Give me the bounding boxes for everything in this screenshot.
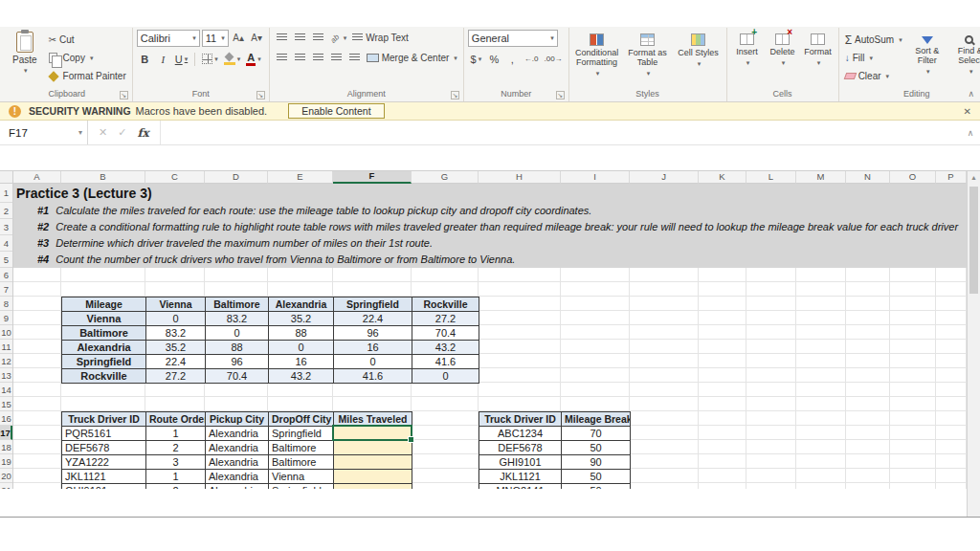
row-header-8[interactable]: 8 (0, 297, 12, 311)
cell[interactable]: Springfield (269, 427, 334, 441)
fill-button[interactable]: ↓Fill (843, 51, 904, 65)
sort-filter-button[interactable]: Sort & Filter (907, 30, 947, 77)
copy-button[interactable]: Copy (47, 51, 128, 65)
cell[interactable]: 96 (334, 326, 412, 341)
cell[interactable]: 96 (206, 355, 269, 369)
cell[interactable]: 41.6 (334, 369, 412, 384)
merge-center-button[interactable]: Merge & Center (365, 51, 459, 65)
enter-entry-icon[interactable]: ✓ (118, 126, 126, 139)
formula-input[interactable] (161, 121, 961, 144)
row-header-18[interactable]: 18 (0, 440, 12, 454)
column-header-D[interactable]: D (205, 171, 268, 184)
name-box[interactable]: F17 ▾ (0, 121, 88, 144)
cell[interactable]: Springfield (62, 355, 146, 369)
row-header-15[interactable]: 15 (0, 397, 12, 411)
cell[interactable]: DEF5678 (62, 441, 146, 455)
cell[interactable] (334, 484, 412, 490)
header-cell[interactable]: Mileage Break (562, 412, 631, 427)
scrollbar-thumb[interactable] (969, 187, 978, 294)
cut-button[interactable]: ✂Cut (47, 33, 128, 47)
underline-button[interactable]: U (173, 51, 189, 67)
row-header-1[interactable]: 1 (0, 184, 12, 203)
cell[interactable]: 90 (562, 455, 631, 470)
delete-cells-button[interactable]: Delete (767, 30, 799, 68)
format-cells-button[interactable]: Format (802, 30, 835, 68)
row-header-11[interactable]: 11 (0, 340, 12, 354)
column-header-C[interactable]: C (145, 171, 205, 184)
cell[interactable]: 22.4 (334, 312, 412, 326)
accounting-format-button[interactable]: $ (468, 51, 484, 67)
header-cell[interactable]: Pickup City (206, 412, 269, 427)
header-cell[interactable]: Truck Driver ID (62, 412, 146, 427)
cell[interactable]: Alexandria (206, 427, 269, 441)
select-all-corner[interactable] (0, 171, 13, 184)
row-header-2[interactable]: 2 (0, 203, 12, 219)
enable-content-button[interactable]: Enable Content (288, 103, 384, 119)
cancel-entry-icon[interactable]: ✕ (99, 126, 107, 139)
borders-button[interactable] (200, 51, 220, 67)
column-header-A[interactable]: A (13, 171, 61, 184)
cell[interactable]: 22.4 (146, 355, 206, 369)
insert-function-icon[interactable]: fx (137, 126, 148, 140)
expand-formula-bar-icon[interactable]: ∧ (961, 121, 980, 144)
cell[interactable]: JKL1121 (62, 470, 146, 484)
cell[interactable]: 50 (562, 470, 631, 484)
font-size-select[interactable]: 11 (202, 30, 229, 47)
row-header-14[interactable]: 14 (0, 383, 12, 397)
cell[interactable]: 27.2 (412, 312, 479, 326)
cell[interactable]: ABC1234 (479, 427, 562, 441)
cell[interactable]: 3 (146, 455, 206, 470)
active-cell-selection[interactable] (332, 425, 412, 441)
header-cell[interactable]: Truck Driver ID (479, 412, 562, 427)
alignment-dialog-launcher-icon[interactable]: ↘ (451, 91, 459, 99)
cell-area[interactable]: Practice 3 (Lecture 3) #1Calculate the m… (13, 184, 967, 489)
align-left-button[interactable] (274, 50, 290, 66)
column-header-M[interactable]: M (796, 171, 846, 184)
cell[interactable]: JKL1121 (479, 470, 562, 484)
row-header-12[interactable]: 12 (0, 354, 12, 368)
cell[interactable]: 43.2 (269, 369, 334, 384)
cell[interactable]: 0 (206, 326, 269, 341)
cell[interactable]: 35.2 (146, 341, 206, 355)
row-header-16[interactable]: 16 (0, 411, 12, 426)
row-header-13[interactable]: 13 (0, 368, 12, 383)
cell[interactable]: 0 (412, 369, 479, 384)
font-name-select[interactable]: Calibri (137, 30, 200, 47)
align-bottom-button[interactable] (310, 30, 326, 46)
column-header-I[interactable]: I (561, 171, 630, 184)
cell[interactable]: 1 (146, 427, 206, 441)
cell[interactable]: GHI9101 (62, 484, 146, 490)
cell[interactable]: 2 (146, 484, 206, 490)
cell[interactable]: Baltimore (62, 326, 146, 341)
row-header-20[interactable]: 20 (0, 469, 12, 483)
cell[interactable]: PQR5161 (62, 427, 146, 441)
column-header-N[interactable]: N (846, 171, 890, 184)
italic-button[interactable]: I (155, 51, 171, 67)
column-header-J[interactable]: J (630, 171, 699, 184)
conditional-formatting-button[interactable]: Conditional Formatting (573, 30, 621, 78)
wrap-text-button[interactable]: Wrap Text (350, 31, 411, 45)
cell[interactable]: 1 (146, 470, 206, 484)
cell[interactable]: 0 (269, 341, 334, 355)
collapse-ribbon-icon[interactable]: ∧ (968, 89, 974, 99)
cell[interactable]: YZA1222 (62, 455, 146, 470)
number-dialog-launcher-icon[interactable]: ↘ (556, 91, 565, 99)
row-header-19[interactable]: 19 (0, 454, 12, 469)
cell[interactable]: 70.4 (412, 326, 479, 341)
column-header-L[interactable]: L (746, 171, 796, 184)
column-header-F[interactable]: F (333, 171, 412, 184)
increase-indent-button[interactable] (346, 50, 363, 66)
cell[interactable]: 0 (334, 355, 412, 369)
column-header-E[interactable]: E (268, 171, 333, 184)
cell[interactable]: Vienna (62, 312, 146, 326)
column-header-G[interactable]: G (412, 171, 479, 184)
cell[interactable]: 27.2 (146, 369, 206, 384)
header-cell[interactable]: Vienna (146, 298, 206, 312)
increase-decimal-button[interactable]: ←.0 (523, 51, 541, 67)
cell[interactable]: Baltimore (269, 441, 334, 455)
align-middle-button[interactable] (292, 30, 308, 46)
row-header-10[interactable]: 10 (0, 325, 12, 340)
cell[interactable]: 88 (206, 341, 269, 355)
cell[interactable]: 41.6 (412, 355, 479, 369)
align-right-button[interactable] (310, 50, 326, 66)
